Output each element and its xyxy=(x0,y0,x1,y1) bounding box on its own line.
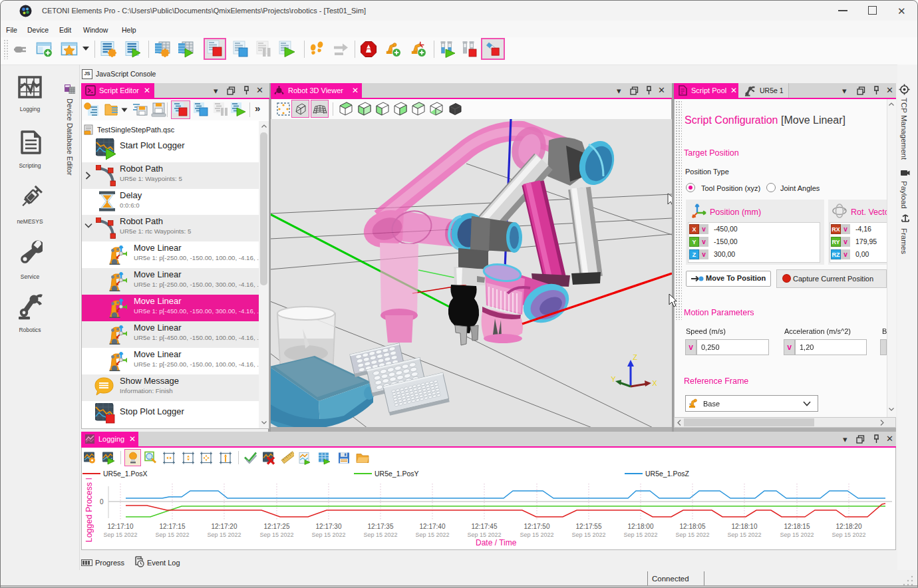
svg-text:Z: Z xyxy=(633,353,637,361)
svg-text:Y: Y xyxy=(611,375,616,383)
svg-text:X: X xyxy=(652,379,657,387)
